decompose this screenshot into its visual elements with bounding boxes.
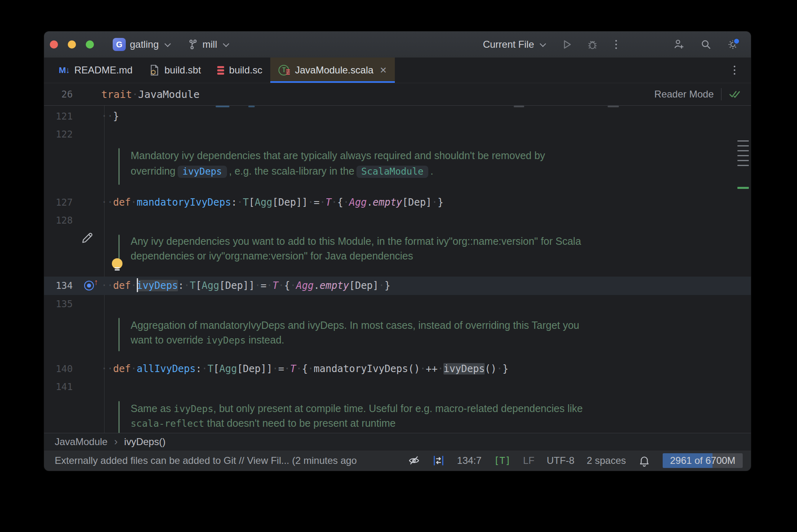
line-number-141[interactable]: 141: [44, 378, 73, 396]
title-bar: G gatling mill Current File: [44, 31, 751, 58]
sticky-line-number: 26: [44, 85, 73, 104]
scrollbar-thumb-stripe[interactable]: [737, 150, 749, 151]
memory-indicator[interactable]: 2961 of 6700M: [663, 453, 743, 468]
more-actions-button[interactable]: [607, 36, 625, 53]
divider: [721, 88, 721, 100]
doc-comment[interactable]: Any ivy dependencies you want to add to …: [118, 235, 726, 267]
scala-file-icon: [217, 66, 224, 75]
tab-build-sbt[interactable]: build.sbt: [141, 58, 209, 83]
line-number-128[interactable]: 128: [44, 211, 73, 230]
code-text: ··def·ivyDeps:·T[Agg[Dep]]·=·T·{·Agg.emp…: [101, 277, 390, 295]
run-configuration-widget[interactable]: Current File: [479, 36, 548, 53]
code-text: ··}: [101, 107, 119, 126]
doc-comment[interactable]: Same as ivyDeps, but only present at com…: [118, 401, 726, 433]
code-text: ··def·mandatoryIvyDeps:·T[Agg[Dep]]·=·T·…: [101, 193, 443, 212]
settings-button[interactable]: [724, 36, 742, 53]
tab-javamodule-scala[interactable]: T JavaModule.scala ×: [270, 58, 394, 83]
branch-name: mill: [203, 39, 217, 50]
tab-readme-md[interactable]: M↓ README.md: [51, 58, 141, 83]
chevron-down-icon: [165, 40, 171, 47]
override-arrow: ↑: [94, 277, 98, 287]
line-number-140[interactable]: 140: [44, 360, 73, 378]
breadcrumb-item-class[interactable]: JavaModule: [55, 436, 107, 448]
code-with-me-button[interactable]: [670, 36, 688, 53]
editor-line-135[interactable]: 135: [44, 295, 751, 313]
inspections-ok-icon[interactable]: [729, 89, 741, 100]
caret-position-widget[interactable]: 134:7: [457, 455, 481, 466]
scrollbar-thumb-stripe[interactable]: [737, 140, 749, 142]
breadcrumb-item-member[interactable]: ivyDeps(): [124, 436, 165, 448]
scrollbar-thumb-stripe[interactable]: [737, 160, 749, 161]
scrollbar-green-mark: [737, 187, 749, 189]
highlighting-eye-icon[interactable]: [408, 454, 420, 467]
edit-pencil-gutter-icon[interactable]: [80, 231, 95, 245]
notifications-bell-icon[interactable]: [638, 454, 650, 467]
status-message[interactable]: Externally added files can be added to G…: [55, 455, 357, 466]
scrollbar-thumb-stripe[interactable]: [737, 165, 749, 166]
sticky-code: trait·JavaModule: [101, 89, 200, 100]
breadcrumb-separator: ›: [114, 435, 118, 448]
project-widget[interactable]: G gatling: [109, 35, 173, 53]
tab-label: build.sc: [229, 64, 262, 76]
encoding-widget[interactable]: UTF-8: [547, 455, 574, 466]
doc-comment-line: Mandatory ivy dependencies that are typi…: [131, 150, 545, 162]
reader-mode-label[interactable]: Reader Mode: [655, 89, 714, 100]
project-icon: G: [113, 38, 126, 51]
doc-comment-line: Aggregation of mandatoryIvyDeps and ivyD…: [131, 319, 579, 331]
code-line-127[interactable]: 127··def·mandatoryIvyDeps:·T[Agg[Dep]]·=…: [44, 193, 751, 212]
sticky-declaration-line[interactable]: 26 trait·JavaModule Reader Mode: [44, 83, 751, 106]
tab-label: JavaModule.scala: [295, 64, 373, 76]
text-caret: [137, 278, 138, 292]
scrollbar-thumb-stripe[interactable]: [737, 155, 749, 156]
vcs-branch-widget[interactable]: mill: [184, 36, 232, 53]
type-annotations-widget[interactable]: [T]: [494, 455, 511, 466]
line-ending-widget[interactable]: LF: [523, 455, 534, 466]
doc-comment[interactable]: Mandatory ivy dependencies that are typi…: [118, 148, 726, 185]
line-number-121[interactable]: 121: [44, 107, 73, 126]
editor-line-128[interactable]: 128: [44, 211, 751, 230]
chevron-down-icon: [223, 40, 229, 47]
close-tab-icon[interactable]: ×: [380, 64, 387, 76]
kebab-menu-icon: [615, 40, 617, 49]
editor-pane[interactable]: 121··}122Mandatory ivy dependencies that…: [44, 106, 751, 433]
chevron-down-icon: [540, 40, 546, 47]
tab-build-sc[interactable]: build.sc: [209, 58, 270, 83]
minimize-window-button[interactable]: [68, 40, 76, 49]
markdown-file-icon: M↓: [59, 65, 69, 75]
editor-line-141[interactable]: 141: [44, 378, 751, 396]
overrides-gutter-icon[interactable]: ↑: [83, 280, 101, 292]
line-number-134[interactable]: 134: [44, 277, 73, 295]
line-number-122[interactable]: 122: [44, 125, 73, 144]
git-branch-icon: [188, 39, 198, 50]
column-sync-icon[interactable]: [432, 454, 445, 467]
doc-comment-bar: [118, 148, 120, 185]
zoom-window-button[interactable]: [86, 40, 94, 49]
code-line-140[interactable]: 140··def·allIvyDeps:·T[Agg[Dep]]·=·T·{·m…: [44, 360, 751, 378]
indent-widget[interactable]: 2 spaces: [587, 455, 626, 466]
doc-comment-bar: [118, 318, 120, 351]
code-text: ··def·allIvyDeps:·T[Agg[Dep]]·=·T·{·mand…: [101, 360, 508, 378]
editor-line-122[interactable]: 122: [44, 125, 751, 144]
run-button[interactable]: [558, 36, 576, 53]
line-number-127[interactable]: 127: [44, 193, 73, 212]
project-name: gatling: [130, 39, 159, 50]
doc-comment-line: want to override ivyDeps instead.: [131, 334, 284, 346]
run-configuration-name: Current File: [483, 39, 534, 50]
debug-button[interactable]: [583, 36, 601, 53]
doc-comment[interactable]: Aggregation of mandatoryIvyDeps and ivyD…: [118, 318, 726, 351]
scala-trait-icon: T: [278, 64, 290, 76]
scrollbar-thumb-stripe[interactable]: [737, 145, 749, 146]
doc-comment-bar: [118, 401, 120, 433]
search-everywhere-button[interactable]: [697, 36, 715, 53]
editor-tab-bar: M↓ README.md build.sbt build.sc T JavaMo…: [44, 58, 751, 83]
close-window-button[interactable]: [50, 40, 58, 49]
override-dot: [87, 284, 91, 288]
tab-label: build.sbt: [165, 64, 201, 76]
intention-lightbulb-icon[interactable]: [112, 258, 122, 272]
memory-usage-text: 2961 of 6700M: [670, 455, 735, 466]
tab-options-button[interactable]: [726, 62, 744, 78]
ide-window: G gatling mill Current File: [44, 31, 751, 471]
line-number-135[interactable]: 135: [44, 295, 73, 313]
code-line-134[interactable]: 134↑··def·ivyDeps:·T[Agg[Dep]]·=·T·{·Agg…: [44, 277, 751, 295]
code-line-121[interactable]: 121··}: [44, 107, 751, 126]
